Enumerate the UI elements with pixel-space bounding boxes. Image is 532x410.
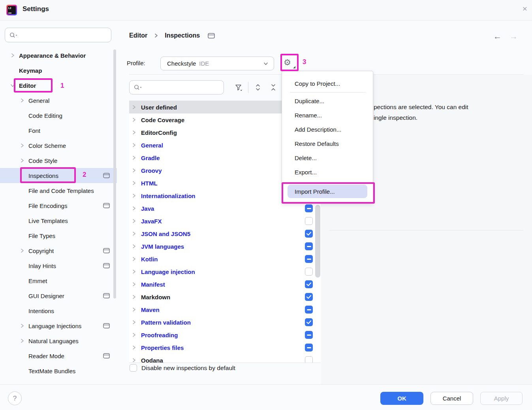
help-button[interactable]: ?	[8, 391, 22, 405]
sidebar-item-label: Code Editing	[28, 112, 62, 119]
tree-row-language-injection[interactable]: Language injection	[129, 265, 321, 278]
apply-button[interactable]: Apply	[480, 392, 523, 405]
tree-row-manifest[interactable]: Manifest	[129, 278, 321, 291]
checkbox-json-and-json5[interactable]	[305, 230, 313, 238]
sidebar-item-emmet[interactable]: Emmet	[0, 273, 117, 288]
sidebar-item-textmate-bundles[interactable]: TextMate Bundles	[0, 363, 117, 378]
menu-item-add-description[interactable]: Add Description...	[282, 122, 373, 136]
profile-actions-menu: Copy to Project...Duplicate...Rename...A…	[282, 71, 373, 204]
tree-row-pattern-validation[interactable]: Pattern validation	[129, 316, 321, 329]
tree-row-label: JVM languages	[141, 243, 184, 250]
chevron-right-icon	[19, 157, 25, 164]
sidebar-item-keymap[interactable]: Keymap	[0, 63, 117, 78]
menu-item-import-profile[interactable]: Import Profile...	[288, 185, 367, 198]
tree-row-label: Language injection	[141, 268, 195, 275]
checkbox-jvm-languages[interactable]	[305, 242, 313, 250]
sidebar-item-file-and-code-templates[interactable]: File and Code Templates	[0, 183, 117, 198]
checkbox-language-injection[interactable]	[305, 268, 313, 276]
checkbox-kotlin[interactable]	[305, 255, 313, 263]
sidebar-item-reader-mode[interactable]: Reader Mode	[0, 348, 117, 363]
tree-row-jvm-languages[interactable]: JVM languages	[129, 240, 321, 253]
checkbox-properties-files[interactable]	[305, 344, 313, 351]
close-icon[interactable]: ×	[523, 4, 527, 13]
sidebar-item-todo[interactable]: TODO	[0, 378, 117, 384]
sidebar-item-inspections[interactable]: Inspections	[0, 168, 117, 183]
sidebar-item-intentions[interactable]: Intentions	[0, 303, 117, 318]
sidebar-item-editor[interactable]: Editor	[0, 78, 117, 93]
checkbox-markdown[interactable]	[305, 293, 313, 301]
tree-row-properties-files[interactable]: Properties files	[129, 341, 321, 354]
sidebar-item-label: Language Injections	[28, 323, 81, 329]
tree-row-label: Pattern validation	[141, 319, 191, 326]
sidebar-item-file-encodings[interactable]: File Encodings	[0, 198, 117, 213]
checkbox-javafx[interactable]	[305, 217, 313, 225]
chevron-right-icon	[131, 357, 137, 363]
tree-scrollbar[interactable]	[315, 205, 320, 278]
forward-arrow-icon[interactable]: →	[509, 32, 518, 41]
sidebar-item-label: File Types	[28, 232, 55, 239]
inspections-search-input[interactable]	[142, 84, 224, 91]
profile-dropdown[interactable]: Checkstyle IDE	[160, 57, 274, 70]
sidebar-scrollbar[interactable]	[113, 49, 116, 299]
menu-item-export[interactable]: Export...	[282, 165, 373, 179]
sidebar-item-appearance-behavior[interactable]: Appearance & Behavior	[0, 48, 117, 63]
inspections-search-box[interactable]	[129, 80, 224, 94]
checkbox-pattern-validation[interactable]	[305, 318, 313, 326]
tree-row-label: Qodana	[141, 357, 163, 363]
chevron-right-icon	[131, 294, 137, 300]
disable-new-inspections-label: Disable new inspections by default	[141, 365, 235, 372]
chevron-right-icon	[131, 205, 137, 212]
checkbox-proofreading[interactable]	[305, 331, 313, 339]
sidebar-item-gui-designer[interactable]: GUI Designer	[0, 288, 117, 303]
collapse-all-icon[interactable]	[269, 83, 278, 92]
checkbox-qodana[interactable]	[305, 356, 313, 363]
sidebar-item-inlay-hints[interactable]: Inlay Hints	[0, 258, 117, 273]
tree-row-qodana[interactable]: Qodana	[129, 354, 321, 363]
sidebar-item-font[interactable]: Font	[0, 123, 117, 138]
tree-row-proofreading[interactable]: Proofreading	[129, 329, 321, 341]
sidebar-item-live-templates[interactable]: Live Templates	[0, 213, 117, 228]
sidebar-nav: Appearance & BehaviorKeymapEditorGeneral…	[0, 48, 117, 384]
chevron-right-icon	[19, 323, 25, 329]
sidebar-item-code-editing[interactable]: Code Editing	[0, 108, 117, 123]
tree-row-javafx[interactable]: JavaFX	[129, 215, 321, 227]
sidebar-item-general[interactable]: General	[0, 93, 117, 108]
menu-item-delete[interactable]: Delete...	[282, 151, 373, 165]
sidebar-item-file-types[interactable]: File Types	[0, 228, 117, 243]
checkbox-manifest[interactable]	[305, 280, 313, 288]
profile-actions-gear-icon[interactable]: ⚙	[284, 58, 295, 68]
breadcrumb-editor[interactable]: Editor	[129, 32, 147, 39]
menu-item-duplicate[interactable]: Duplicate...	[282, 94, 373, 108]
sidebar-item-label: Code Style	[28, 157, 57, 164]
checkbox-maven[interactable]	[305, 306, 313, 314]
tree-row-maven[interactable]: Maven	[129, 303, 321, 316]
description-divider	[329, 230, 523, 231]
disable-new-inspections-checkbox[interactable]	[130, 364, 137, 372]
sidebar-item-natural-languages[interactable]: Natural Languages	[0, 333, 117, 348]
tree-row-markdown[interactable]: Markdown	[129, 291, 321, 303]
ok-button[interactable]: OK	[380, 392, 423, 405]
tree-row-label: EditorConfig	[141, 129, 177, 136]
sidebar: Appearance & BehaviorKeymapEditorGeneral…	[0, 21, 117, 384]
tree-row-java[interactable]: Java	[129, 202, 321, 215]
tree-row-json-and-json5[interactable]: JSON and JSON5	[129, 227, 321, 240]
sidebar-search-box[interactable]	[5, 28, 111, 42]
chevron-right-icon	[131, 256, 137, 262]
filter-icon[interactable]	[234, 83, 243, 92]
sidebar-item-copyright[interactable]: Copyright	[0, 243, 117, 258]
tree-row-kotlin[interactable]: Kotlin	[129, 253, 321, 265]
back-arrow-icon[interactable]: ←	[493, 32, 502, 41]
sidebar-item-language-injections[interactable]: Language Injections	[0, 318, 117, 333]
menu-item-restore-defaults[interactable]: Restore Defaults	[282, 136, 373, 151]
sidebar-item-label: Copyright	[28, 248, 54, 254]
breadcrumb-inspections[interactable]: Inspections	[165, 32, 200, 39]
sidebar-search-input[interactable]	[18, 32, 111, 38]
cancel-button[interactable]: Cancel	[430, 392, 473, 405]
menu-item-copy-to-project[interactable]: Copy to Project...	[282, 76, 373, 91]
sidebar-item-code-style[interactable]: Code Style	[0, 153, 117, 168]
expand-all-icon[interactable]	[253, 83, 263, 92]
breadcrumb: Editor Inspections	[129, 30, 215, 41]
sidebar-item-color-scheme[interactable]: Color Scheme	[0, 138, 117, 153]
checkbox-java[interactable]	[305, 204, 313, 212]
menu-item-rename[interactable]: Rename...	[282, 108, 373, 122]
